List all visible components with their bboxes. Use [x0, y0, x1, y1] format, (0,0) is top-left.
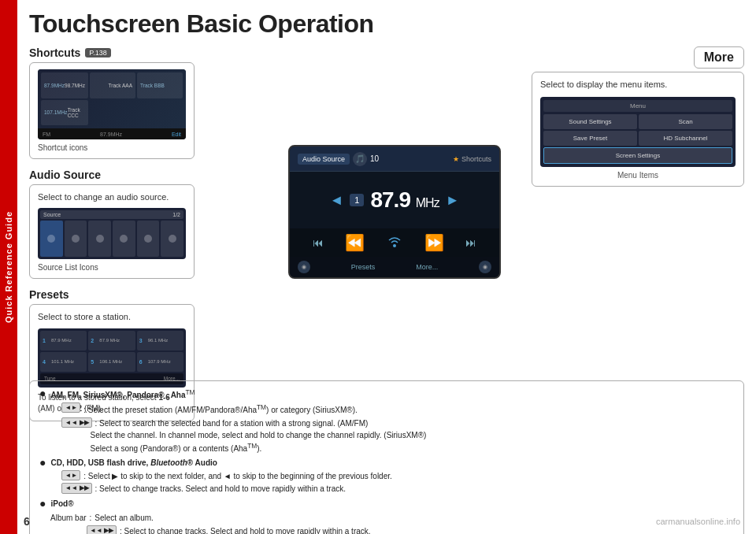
shortcut-screen: 87.9MHz 98.7MHz Track AAA Track BBB [38, 69, 186, 128]
menu-scan[interactable]: Scan [639, 114, 732, 129]
source-icon-3[interactable] [88, 221, 111, 257]
shortcut-screen-mockup: 87.9MHz 98.7MHz Track AAA Track BBB [38, 69, 186, 139]
album-bar-label: Album bar [50, 512, 87, 525]
source-icons-grid [40, 221, 183, 257]
center-freq-row: ◄ 1 87.9 MHz ► [330, 187, 460, 213]
sub-item-prev-next: ◄► : Select the preset station (AM/FM/Pa… [50, 402, 734, 417]
preset-5[interactable]: 5106.1 MHz [88, 352, 135, 372]
source-icon-2[interactable] [65, 221, 87, 257]
skip-fwd-btn[interactable]: ⏭ [465, 236, 476, 249]
shortcut-cell-4: 107.1MHz Track CCC [41, 100, 88, 126]
frequency-display: 87.9 MHz [370, 187, 439, 213]
bullet-cd-hdd-title: CD, HDD, USB flash drive, Bluetooth® Aud… [50, 458, 217, 467]
svg-point-0 [393, 244, 396, 247]
shortcut-icons-label: Shortcut icons [38, 143, 186, 152]
left-column: Shortcuts P.138 87.9MHz 98.7MHz Track [29, 46, 258, 377]
sub-item-folder: ◄► : Select ▶ to skip to the next folder… [50, 470, 734, 483]
shortcuts-box: 87.9MHz 98.7MHz Track AAA Track BBB [29, 62, 195, 159]
page-title: Touchscreen Basic Operation [29, 9, 744, 39]
album-bar-ctrl-row: ◄◄ ▶▶ : Select to change tracks. Select … [39, 525, 734, 534]
album-bar-select-album: Select an album. [94, 512, 154, 525]
audio-source-desc: Select to change an audio source. [38, 191, 186, 203]
preset-6[interactable]: 6107.9 MHz [137, 352, 183, 372]
shortcut-cell-1: 87.9MHz 98.7MHz [41, 72, 88, 98]
center-icon-area: Audio Source 🎵 10 [298, 152, 379, 166]
bullet-cd-hdd: ● CD, HDD, USB flash drive, Bluetooth® A… [39, 457, 734, 495]
source-icon-1[interactable] [40, 221, 63, 257]
page-number: 6 [24, 515, 30, 528]
left-arrow-icon[interactable]: ◄ [330, 192, 344, 209]
menu-sound-settings[interactable]: Sound Settings [543, 114, 637, 129]
center-bottom-bar: ◉ Presets More... ◉ [290, 257, 499, 277]
sub-item-scan: ◄◄ ▶▶ : Select to search the selected ba… [50, 417, 734, 430]
audio-source-box: Select to change an audio source. Source… [29, 184, 195, 279]
edit-button[interactable]: Edit [172, 132, 181, 137]
bullet-ipod-title: iPod® [50, 499, 73, 508]
more-header: More [532, 46, 744, 69]
menu-hd-subchannel[interactable]: HD Subchannel [639, 131, 732, 146]
prev-next-ctrl: ◄► [61, 402, 80, 413]
sidebar: Quick Reference Guide [0, 0, 17, 534]
star-icon: ★ [453, 155, 459, 163]
right-arrow-icon[interactable]: ► [446, 192, 460, 209]
channel-number: 1 [350, 194, 364, 206]
center-top-bar: Audio Source 🎵 10 ★ Shortcuts [290, 146, 499, 172]
album-ctrl: ◄◄ ▶▶ [87, 525, 117, 534]
more-section-label: More [704, 50, 734, 64]
menu-save-preset[interactable]: Save Preset [543, 131, 637, 146]
center-screen: Audio Source 🎵 10 ★ Shortcuts ◄ 1 [288, 145, 501, 279]
shortcut-cell-3: Track BBB [137, 72, 183, 98]
sidebar-label: Quick Reference Guide [4, 211, 13, 323]
source-screen-mockup: Source 1/2 [38, 208, 186, 259]
signal-icon [387, 235, 402, 250]
shortcut-bottom-bar: FM 87.9MHz Edit [38, 128, 186, 139]
preset-4[interactable]: 4101.1 MHz [40, 352, 87, 372]
prev-btn[interactable]: ⏪ [345, 233, 365, 252]
menu-items-grid: Sound Settings Scan Save Preset HD Subch… [543, 114, 732, 164]
menu-screen-header: Menu [543, 100, 732, 112]
audio-source-label: Audio Source [29, 169, 258, 181]
source-list-icons-label: Source List Icons [38, 263, 186, 272]
audio-source-section: Audio Source Select to change an audio s… [29, 169, 258, 279]
watermark: carmanualsonline.info [656, 517, 740, 526]
freq-unit: MHz [416, 196, 439, 210]
more-label-box: More [694, 46, 744, 69]
folder-ctrl: ◄► [61, 470, 80, 480]
mic-icon: 🎵 [353, 152, 367, 166]
shortcuts-section: Shortcuts P.138 87.9MHz 98.7MHz Track [29, 46, 258, 159]
more-bottom-label[interactable]: More... [416, 263, 438, 271]
right-column: More Select to display the menu items. M… [532, 46, 744, 377]
main-content: Touchscreen Basic Operation Shortcuts P.… [17, 0, 756, 534]
bottom-right-btn[interactable]: ◉ [479, 261, 491, 273]
audio-source-tab[interactable]: Audio Source [298, 154, 350, 165]
presets-grid: 187.9 MHz 287.9 MHz 396.1 MHz 4101.1 MHz… [40, 331, 183, 372]
center-column: Audio Source 🎵 10 ★ Shortcuts ◄ 1 [258, 46, 532, 377]
presets-label: Presets [29, 288, 258, 301]
menu-screen: Menu Sound Settings Scan Save Preset HD … [540, 97, 736, 167]
presets-screen-mockup: 187.9 MHz 287.9 MHz 396.1 MHz 4101.1 MHz… [38, 328, 186, 388]
menu-screen-settings[interactable]: Screen Settings [543, 147, 732, 164]
preset-1[interactable]: 187.9 MHz [40, 331, 87, 350]
album-bar-row: Album bar : Select an album. [39, 512, 734, 525]
source-screen-header: Source 1/2 [40, 210, 183, 219]
next-btn[interactable]: ⏩ [424, 233, 444, 252]
source-icon-5[interactable] [137, 221, 160, 257]
bottom-bullets-section: ● AM, FM, SiriusXM®, Pandora® , AhaTM ◄►… [29, 380, 744, 534]
bullet-am-fm-title: AM, FM, SiriusXM®, Pandora® , Aha [50, 391, 185, 399]
preset-3[interactable]: 396.1 MHz [137, 331, 183, 350]
skip-back-btn[interactable]: ⏮ [313, 236, 324, 249]
presets-desc: Select to store a station. [38, 311, 186, 323]
presets-screen: 187.9 MHz 287.9 MHz 396.1 MHz 4101.1 MHz… [38, 328, 186, 388]
source-icon-6[interactable] [161, 221, 183, 257]
preset-2[interactable]: 287.9 MHz [88, 331, 135, 350]
shortcuts-tab[interactable]: ★ Shortcuts [453, 155, 491, 163]
bottom-left-btn[interactable]: ◉ [298, 261, 310, 273]
presets-bottom-label[interactable]: Presets [351, 263, 376, 271]
shortcuts-page-ref: P.138 [85, 48, 110, 57]
scan-ctrl: ◄◄ ▶▶ [61, 417, 91, 428]
sub-item-track: ◄◄ ▶▶ : Select to change tracks. Select … [50, 483, 734, 495]
volume-display: 10 [370, 154, 379, 163]
center-controls-row: ⏮ ⏪ ⏩ ⏭ [290, 228, 499, 257]
more-description: Select to display the menu items. [540, 79, 736, 91]
source-icon-4[interactable] [113, 221, 135, 257]
